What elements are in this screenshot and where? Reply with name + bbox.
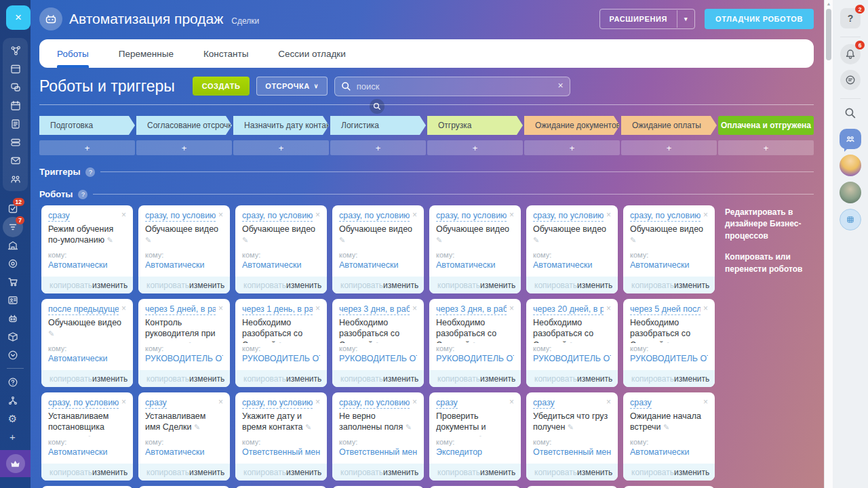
- close-icon[interactable]: ×: [218, 211, 223, 219]
- pipeline-stage[interactable]: Логистика: [330, 116, 426, 135]
- edit-button[interactable]: изменить: [189, 468, 224, 477]
- edit-pencil-icon[interactable]: ✎: [242, 236, 248, 244]
- recipient-link[interactable]: Экспедитор: [436, 447, 514, 457]
- add-robot-button[interactable]: +: [621, 140, 717, 155]
- close-icon[interactable]: ×: [509, 304, 514, 312]
- extensions-label[interactable]: РАСШИРЕНИЯ: [600, 9, 677, 28]
- robot-trigger-link[interactable]: через 3 дня, в рабоче...: [339, 304, 410, 315]
- edit-button[interactable]: изменить: [286, 468, 321, 477]
- close-icon[interactable]: ×: [218, 398, 223, 406]
- edit-pencil-icon[interactable]: ✎: [305, 423, 311, 431]
- copy-button[interactable]: копировать: [437, 374, 480, 384]
- tab-variables[interactable]: Переменные: [119, 39, 174, 68]
- extensions-button[interactable]: РАСШИРЕНИЯ ▾: [599, 9, 696, 29]
- recipient-link[interactable]: Ответственный мен...: [339, 447, 417, 457]
- edit-pencil-icon[interactable]: ✎: [48, 329, 54, 338]
- edit-pencil-icon[interactable]: ✎: [568, 423, 574, 431]
- copy-button[interactable]: копировать: [50, 374, 92, 384]
- robot-trigger-link[interactable]: сразу, по условию: [339, 211, 410, 222]
- edit-button[interactable]: изменить: [577, 281, 612, 290]
- edit-button[interactable]: изменить: [577, 468, 612, 477]
- edit-button[interactable]: изменить: [480, 281, 515, 290]
- tab-robots[interactable]: Роботы: [57, 39, 89, 68]
- close-icon[interactable]: ×: [218, 304, 223, 312]
- edit-button[interactable]: изменить: [480, 468, 515, 477]
- info-icon[interactable]: ?: [78, 190, 87, 199]
- add-robot-button[interactable]: +: [524, 140, 620, 155]
- edit-pencil-icon[interactable]: ✎: [375, 341, 381, 344]
- robot-trigger-link[interactable]: через 20 дней, в рабо...: [533, 304, 604, 315]
- sidebar-item-messenger[interactable]: [3, 78, 28, 96]
- edit-button[interactable]: изменить: [286, 281, 321, 290]
- bot-contact[interactable]: [840, 209, 861, 230]
- pipeline-stage[interactable]: Ожидание документов: [524, 116, 620, 135]
- close-icon[interactable]: ×: [315, 304, 320, 312]
- close-icon[interactable]: ×: [703, 398, 708, 406]
- edit-button[interactable]: изменить: [92, 468, 127, 477]
- sidebar-item-calendar[interactable]: [3, 96, 28, 115]
- robot-trigger-link[interactable]: сразу, по условию: [533, 211, 604, 222]
- sidebar-item-network[interactable]: [3, 41, 28, 60]
- edit-button[interactable]: изменить: [92, 374, 127, 384]
- recipient-link[interactable]: Автоматически: [630, 260, 708, 270]
- search-input[interactable]: [334, 77, 570, 96]
- edit-button[interactable]: изменить: [383, 374, 418, 384]
- close-icon[interactable]: ×: [703, 304, 708, 312]
- robot-trigger-link[interactable]: через 5 дней после Д...: [630, 304, 701, 315]
- close-icon[interactable]: ×: [412, 304, 417, 312]
- copy-button[interactable]: копировать: [243, 374, 286, 384]
- sidebar-item-more[interactable]: [0, 346, 25, 364]
- recipient-link[interactable]: Автоматически: [630, 447, 708, 457]
- copy-button[interactable]: копировать: [534, 468, 577, 477]
- close-icon[interactable]: ×: [606, 304, 611, 312]
- close-icon[interactable]: ×: [509, 398, 514, 406]
- caret-down-icon[interactable]: ▾: [677, 10, 694, 28]
- info-icon[interactable]: ?: [85, 167, 95, 177]
- robot-trigger-link[interactable]: после предыдущего, п...: [48, 304, 119, 315]
- copy-button[interactable]: копировать: [243, 468, 286, 477]
- close-icon[interactable]: ×: [606, 398, 611, 406]
- sidebar-item-feed[interactable]: [3, 60, 28, 78]
- edit-button[interactable]: изменить: [189, 281, 224, 290]
- edit-pencil-icon[interactable]: ✎: [478, 434, 484, 437]
- close-icon[interactable]: ×: [412, 398, 417, 406]
- close-icon[interactable]: ×: [703, 211, 708, 219]
- recipient-link[interactable]: РУКОВОДИТЕЛЬ ОТ...: [436, 354, 514, 363]
- edit-button[interactable]: изменить: [92, 281, 127, 290]
- robot-trigger-link[interactable]: сразу, по условию: [48, 398, 119, 409]
- tab-debug-sessions[interactable]: Сессии отладки: [278, 39, 345, 68]
- recipient-link[interactable]: Автоматически: [436, 260, 514, 270]
- edit-button[interactable]: изменить: [286, 374, 321, 384]
- edit-button[interactable]: изменить: [383, 281, 418, 290]
- copy-button[interactable]: копировать: [437, 281, 480, 290]
- copy-button[interactable]: копировать: [534, 281, 577, 290]
- copy-button[interactable]: копировать: [146, 468, 189, 477]
- sidebar-item-marketing[interactable]: [0, 254, 25, 272]
- recipient-link[interactable]: Автоматически: [145, 260, 223, 270]
- copy-button[interactable]: копировать: [146, 281, 189, 290]
- edit-pencil-icon[interactable]: ✎: [107, 236, 113, 244]
- recipient-link[interactable]: РУКОВОДИТЕЛЬ ОТ...: [145, 354, 223, 363]
- search-panel-button[interactable]: [844, 107, 856, 122]
- notifications-button[interactable]: 6: [840, 44, 861, 64]
- sidebar-item-catalog[interactable]: [0, 327, 25, 346]
- copy-button[interactable]: копировать: [146, 374, 189, 384]
- recipient-link[interactable]: РУКОВОДИТЕЛЬ ОТ...: [242, 354, 320, 363]
- edit-pencil-icon[interactable]: ✎: [188, 341, 194, 344]
- robot-trigger-link[interactable]: сразу: [48, 211, 70, 222]
- recipient-link[interactable]: Ответственный мен...: [533, 447, 611, 457]
- close-icon[interactable]: ×: [315, 211, 320, 219]
- edit-pencil-icon[interactable]: ✎: [630, 236, 636, 244]
- add-robot-button[interactable]: +: [330, 140, 426, 155]
- copy-button[interactable]: копировать: [437, 468, 480, 477]
- recipient-link[interactable]: РУКОВОДИТЕЛЬ ОТ...: [630, 354, 708, 363]
- close-icon[interactable]: ×: [509, 211, 514, 219]
- pipeline-stage[interactable]: Подготовка: [39, 116, 135, 135]
- sidebar-item-automation[interactable]: [0, 309, 25, 327]
- recipient-link[interactable]: Автоматически: [48, 260, 126, 270]
- edit-button[interactable]: изменить: [383, 468, 418, 477]
- close-icon[interactable]: ×: [121, 398, 126, 406]
- sidebar-item-settings[interactable]: ⚙: [0, 409, 25, 428]
- copy-button[interactable]: копировать: [631, 281, 674, 290]
- pipeline-stage[interactable]: Ожидание оплаты: [621, 116, 717, 135]
